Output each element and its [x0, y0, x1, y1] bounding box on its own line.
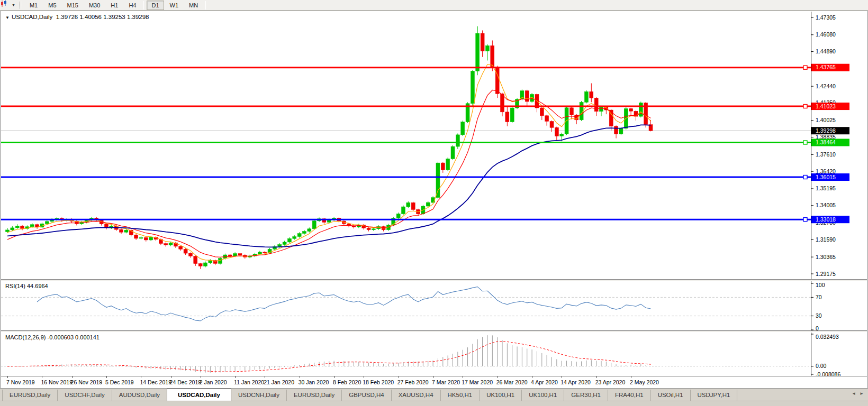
macd-values: -0.000603 0.000141 — [47, 334, 99, 340]
toolbar-separator — [205, 1, 206, 10]
date-label: 18 Feb 2020 — [363, 379, 394, 385]
svg-text:-0.008086: -0.008086 — [816, 371, 840, 376]
date-label: 5 Dec 2019 — [105, 379, 134, 385]
date-tick — [201, 376, 201, 378]
tab-gbpusd-h4[interactable]: GBPUSD,H4 — [342, 390, 391, 401]
tab-usdcad-daily[interactable]: USDCAD,Daily — [167, 389, 231, 401]
date-tick — [596, 376, 597, 378]
date-label: 14 Apr 2020 — [560, 379, 591, 385]
date-tick — [42, 376, 42, 378]
timeframe-h1-button[interactable]: H1 — [106, 1, 123, 10]
svg-text:1.36015: 1.36015 — [816, 174, 836, 180]
timeframe-m1-button[interactable]: M1 — [25, 1, 42, 10]
tab-usoil-h1[interactable]: USOil,H1 — [651, 390, 691, 401]
timeframe-m15-button[interactable]: M15 — [62, 1, 83, 10]
date-tick — [300, 376, 300, 378]
tab-ger30-h1[interactable]: GER30,H1 — [564, 390, 608, 401]
svg-text:100: 100 — [816, 282, 825, 288]
chart-window: ▼USDCAD,Daily 1.39726 1.40056 1.39253 1.… — [0, 11, 868, 389]
tab-scroll-left-icon[interactable]: ◄ — [852, 391, 856, 396]
svg-text:70: 70 — [816, 294, 822, 300]
svg-text:1.37610: 1.37610 — [816, 151, 836, 158]
macd-label: MACD(12,26,9) -0.000603 0.000141 — [5, 334, 100, 340]
tab-eurusd-daily[interactable]: EURUSD,Daily — [287, 390, 342, 401]
svg-text:1.30365: 1.30365 — [816, 254, 836, 260]
date-tick — [171, 376, 171, 378]
svg-text:0.00: 0.00 — [816, 363, 827, 369]
tab-xauusd-h4[interactable]: XAUUSD,H4 — [392, 390, 441, 401]
toolbar-separator — [143, 1, 144, 10]
date-tick — [631, 376, 631, 378]
date-label: 11 Jan 2020 — [234, 379, 264, 385]
date-label: 21 Jan 2020 — [264, 379, 294, 385]
toolbar-grip[interactable] — [20, 2, 22, 9]
main-chart-pane[interactable]: ▼USDCAD,Daily 1.39726 1.40056 1.39253 1.… — [1, 12, 867, 279]
chart-collapse-caret-icon[interactable]: ▼ — [5, 15, 10, 20]
chart-ohlc-values: 1.39726 1.40056 1.39253 1.39298 — [56, 14, 149, 20]
date-label: 7 Mar 2020 — [432, 379, 460, 385]
status-strip — [0, 401, 868, 406]
candlestick-chart-icon[interactable] — [2, 1, 11, 10]
date-label: 2 Jan 2020 — [200, 379, 227, 385]
svg-text:30: 30 — [816, 312, 822, 319]
date-axis[interactable]: 7 Nov 201916 Nov 201926 Nov 20195 Dec 20… — [1, 376, 867, 388]
svg-text:1.44890: 1.44890 — [816, 48, 836, 54]
timeframe-mn-button[interactable]: MN — [184, 1, 203, 10]
svg-text:1.47305: 1.47305 — [816, 14, 836, 21]
date-label: 26 Nov 2019 — [71, 379, 103, 385]
tab-hk50-h1[interactable]: HK50,H1 — [441, 390, 480, 401]
date-label: 7 Nov 2019 — [6, 379, 35, 385]
tab-fra40-h1[interactable]: FRA40,H1 — [608, 390, 651, 401]
tab-usdchf-daily[interactable]: USDCHF,Daily — [58, 390, 112, 401]
chart-type-dropdown-caret-icon[interactable]: ▼ — [11, 3, 17, 7]
chart-symbol-label: USDCAD,Daily — [12, 14, 52, 20]
date-label: 2 May 2020 — [630, 379, 659, 385]
svg-text:0.032493: 0.032493 — [816, 334, 839, 340]
date-label: 23 Apr 2020 — [595, 379, 626, 385]
timeframe-h4-button[interactable]: H4 — [124, 1, 141, 10]
tab-uk100-h1[interactable]: UK100,H1 — [480, 390, 522, 401]
macd-name: MACD(12,26,9) — [5, 334, 46, 340]
date-label: 14 Dec 2019 — [140, 379, 171, 385]
date-tick — [7, 376, 8, 378]
date-tick — [106, 376, 107, 378]
date-label: 27 Feb 2020 — [397, 379, 429, 385]
svg-text:1.33018: 1.33018 — [816, 216, 836, 223]
rsi-indicator-pane[interactable]: RSI(14) 44.6964 10070300 — [1, 281, 867, 330]
rsi-canvas[interactable]: 10070300 — [1, 281, 868, 330]
main-chart-canvas[interactable]: 1.473051.460801.448901.436651.424401.412… — [1, 12, 868, 279]
date-label: 4 Apr 2020 — [531, 379, 558, 385]
tab-uk100-h1[interactable]: UK100,H1 — [522, 390, 564, 401]
date-tick — [433, 376, 433, 378]
timeframe-w1-button[interactable]: W1 — [165, 1, 184, 10]
rsi-name: RSI(14) — [5, 283, 25, 289]
rsi-label: RSI(14) 44.6964 — [5, 283, 48, 289]
timeframe-m30-button[interactable]: M30 — [84, 1, 105, 10]
tab-usdcnh-daily[interactable]: USDCNH,Daily — [231, 390, 287, 401]
date-tick — [364, 376, 364, 378]
date-tick — [235, 376, 236, 378]
svg-text:1.41023: 1.41023 — [816, 103, 836, 109]
svg-text:1.31590: 1.31590 — [816, 236, 836, 243]
timeframe-d1-button[interactable]: D1 — [147, 1, 164, 10]
date-tick — [532, 376, 532, 378]
svg-text:1.40025: 1.40025 — [816, 117, 836, 123]
svg-text:1.39298: 1.39298 — [816, 127, 836, 134]
svg-text:1.35195: 1.35195 — [816, 185, 836, 191]
date-tick — [334, 376, 334, 378]
timeframe-m5-button[interactable]: M5 — [43, 1, 61, 10]
date-label: 24 Dec 2019 — [170, 379, 202, 385]
tab-usdjpy-h1[interactable]: USDJPY,H1 — [691, 390, 738, 401]
svg-text:1.29175: 1.29175 — [816, 271, 836, 277]
tab-audusd-daily[interactable]: AUDUSD,Daily — [112, 390, 167, 401]
date-label: 30 Jan 2020 — [299, 379, 329, 385]
chart-title: ▼USDCAD,Daily 1.39726 1.40056 1.39253 1.… — [5, 14, 149, 20]
tab-scroll-right-icon[interactable]: ► — [860, 391, 864, 396]
date-tick — [141, 376, 141, 378]
macd-canvas[interactable]: 0.0324930.00-0.008086 — [1, 333, 868, 376]
svg-text:1.38464: 1.38464 — [816, 139, 836, 145]
date-tick — [72, 376, 73, 378]
date-tick — [498, 376, 498, 378]
macd-indicator-pane[interactable]: MACD(12,26,9) -0.000603 0.000141 0.03249… — [1, 333, 867, 376]
tab-eurusd-daily[interactable]: EURUSD,Daily — [2, 390, 58, 401]
